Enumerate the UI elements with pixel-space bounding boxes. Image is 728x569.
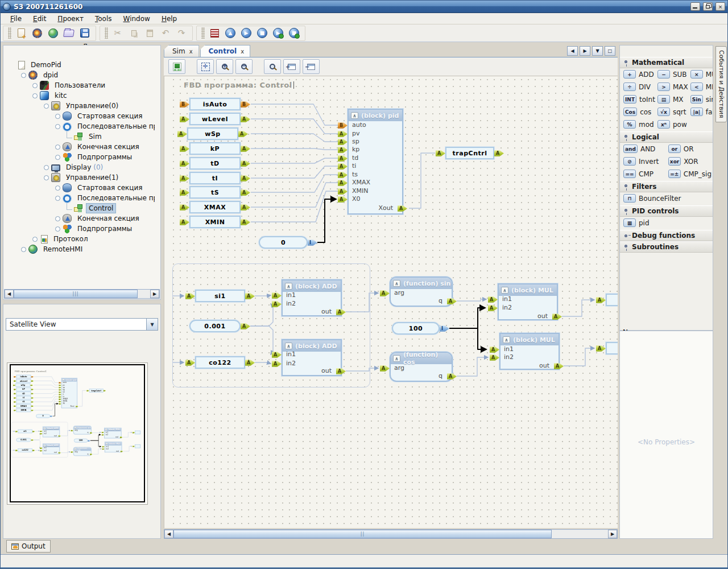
menu-item-проект[interactable]: Проект (52, 14, 89, 24)
tree-item-последовательные-программы[interactable]: Последовательные программы (4, 121, 155, 131)
tree-expand-handle[interactable] (55, 185, 60, 191)
pin-icon[interactable] (624, 60, 627, 63)
tree-expand-handle[interactable] (55, 226, 60, 232)
collapse-all-blocks-button[interactable]: − (303, 59, 320, 74)
tree-item-пользователи[interactable]: Пользователи (4, 80, 155, 90)
diagram-variable-trapCntrl[interactable]: trapCntrl (445, 147, 494, 159)
minimap-viewport-rect[interactable] (10, 364, 145, 502)
tree-item-remotehmi[interactable]: RemoteHMI (4, 244, 155, 254)
tree-item-подпрограммы[interactable]: Подпрограммы (4, 152, 155, 162)
pin-icon[interactable] (624, 245, 627, 248)
palette-item-min[interactable]: <MIN (688, 83, 713, 91)
undo-button[interactable]: ↶ (159, 27, 172, 39)
tab-list-dropdown-icon[interactable]: ▼ (592, 46, 603, 56)
pin-icon[interactable] (624, 135, 627, 138)
palette-item-sqrt[interactable]: √xsqrt (655, 108, 688, 116)
tree-item-demopid[interactable]: DemoPid (4, 60, 155, 70)
view-mode-dropdown[interactable]: Satellite View ▼ (6, 318, 158, 331)
tree-expand-handle[interactable] (55, 145, 60, 150)
block-header[interactable]: ∧(function) sin (391, 278, 452, 289)
scroll-thumb[interactable]: || (173, 530, 552, 538)
tree-item-подпрограммы[interactable]: Подпрограммы (4, 224, 155, 234)
palette-item-cos[interactable]: Coscos (621, 108, 655, 116)
tree-expand-handle[interactable] (21, 247, 26, 252)
scroll-right-arrow[interactable]: ▶ (608, 530, 617, 538)
palette-item-mul[interactable]: ×MUL (688, 70, 713, 79)
palette-section-mathematical[interactable]: Mathematical (620, 57, 713, 68)
block-header[interactable]: ∧(function) cos (391, 353, 452, 364)
palette-item-fabs[interactable]: |a|fabs (688, 108, 713, 116)
new-project-button[interactable] (15, 27, 27, 39)
events-actions-side-tab[interactable]: События и Действия (715, 46, 727, 122)
palette-item-div[interactable]: ÷DIV (621, 83, 655, 91)
scroll-track[interactable] (552, 530, 608, 538)
tree-item-протокол[interactable]: Протокол (4, 234, 155, 244)
stop-debug-button[interactable]: ■ (288, 27, 300, 39)
canvas-horizontal-scrollbar[interactable]: ◀ || ▶ (164, 529, 618, 539)
diagram-constant-0[interactable]: 0 (259, 236, 308, 249)
tree-item-стартовая-секция[interactable]: Стартовая секция (4, 111, 155, 121)
expand-all-blocks-button[interactable]: + (283, 59, 300, 74)
save-button[interactable] (78, 27, 91, 39)
paste-button[interactable] (143, 27, 156, 39)
tree-expand-handle[interactable] (55, 114, 60, 119)
redo-button[interactable]: ↷ (175, 27, 188, 39)
palette-item-xor[interactable]: xorXOR (666, 157, 712, 166)
pin-icon[interactable] (624, 234, 627, 237)
collapse-block-icon[interactable]: ∧ (501, 287, 508, 294)
collapse-block-icon[interactable]: ∧ (285, 283, 292, 290)
toolbar-drag-handle[interactable] (105, 27, 108, 39)
tree-item-стартовая-секция[interactable]: Стартовая секция (4, 183, 155, 193)
palette-item-max[interactable]: >MAX (655, 83, 688, 91)
collapse-block-icon[interactable]: ∧ (393, 355, 400, 362)
diagram-constant-100[interactable]: 100 (392, 322, 440, 335)
palette-item-cmp_sig[interactable]: =±CMP_sig (666, 170, 712, 178)
block-header[interactable]: ∧(block) pid (349, 110, 402, 121)
tree-item-последовательные-программы[interactable]: Последовательные программы (4, 193, 155, 203)
run-debug-button[interactable]: ▶ (272, 27, 284, 39)
collapse-block-icon[interactable]: ∧ (285, 343, 292, 349)
menu-item-edit[interactable]: Edit (28, 14, 51, 24)
diagram-variable-tD[interactable]: tD (189, 157, 241, 170)
tree-item-конечная-секция[interactable]: Конечная секция (4, 213, 155, 224)
toolbar-drag-handle[interactable] (8, 27, 11, 39)
diagram-variable-tI[interactable]: tI (189, 172, 241, 184)
tree-expand-handle[interactable] (55, 216, 60, 221)
tree-expand-handle[interactable] (32, 237, 38, 242)
satellite-view-minimap[interactable]: FBD программа: ControlisAutoBBwLevelAAwS… (7, 362, 148, 505)
build-button[interactable] (208, 27, 221, 39)
maximize-editor-icon[interactable]: □ (605, 46, 615, 56)
palette-item-or[interactable]: orOR (666, 145, 712, 153)
palette-section-filters[interactable]: Filters (620, 181, 713, 192)
tab-scroll-right-icon[interactable]: ▶ (580, 46, 590, 56)
fit-to-view-button[interactable] (197, 59, 214, 74)
zoom-out-button[interactable]: − (235, 59, 253, 74)
diagram-variable-tS[interactable]: tS (189, 186, 241, 199)
palette-item-add[interactable]: +ADD (621, 70, 655, 79)
scroll-left-arrow[interactable]: ◀ (164, 530, 173, 538)
toolbar-drag-handle[interactable] (201, 27, 205, 39)
diagram-variable-wLevel[interactable]: wLevel (189, 113, 241, 125)
open-button[interactable] (63, 27, 75, 39)
diagram-variable-isAuto[interactable]: isAuto (189, 98, 241, 110)
palette-item-toint[interactable]: INTtoInt (621, 95, 655, 104)
diagram-variable-kP[interactable]: kP (189, 142, 241, 155)
copy-button[interactable] (127, 27, 140, 39)
pin-icon[interactable] (624, 184, 627, 187)
tree-item-управление-1-[interactable]: Управление(1) (4, 172, 155, 183)
dropdown-arrow-icon[interactable]: ▼ (146, 319, 158, 330)
palette-item-sub[interactable]: −SUB (655, 70, 688, 79)
tree-horizontal-scrollbar[interactable]: ◀ ||| ▶ (4, 289, 160, 299)
tree-item-kitc[interactable]: kitc (4, 90, 155, 101)
palette-section-pid-controls[interactable]: PID controls (620, 205, 713, 217)
tab-close-icon[interactable]: x (189, 48, 193, 55)
tree-expand-handle[interactable] (44, 104, 49, 109)
palette-item-and[interactable]: andAND (621, 145, 666, 153)
block-header[interactable]: ∧(block) ADD (283, 340, 341, 352)
collapse-block-icon[interactable]: ∧ (393, 280, 400, 287)
fbd-canvas[interactable]: FBD программа: ControlisAutoBBwLevelAAwS… (164, 76, 618, 528)
zoom-in-button[interactable]: + (216, 59, 233, 74)
palette-section-logical[interactable]: Logical (620, 131, 713, 143)
output-tab-button[interactable]: Output (6, 540, 51, 552)
scroll-right-arrow[interactable]: ▶ (150, 290, 159, 298)
